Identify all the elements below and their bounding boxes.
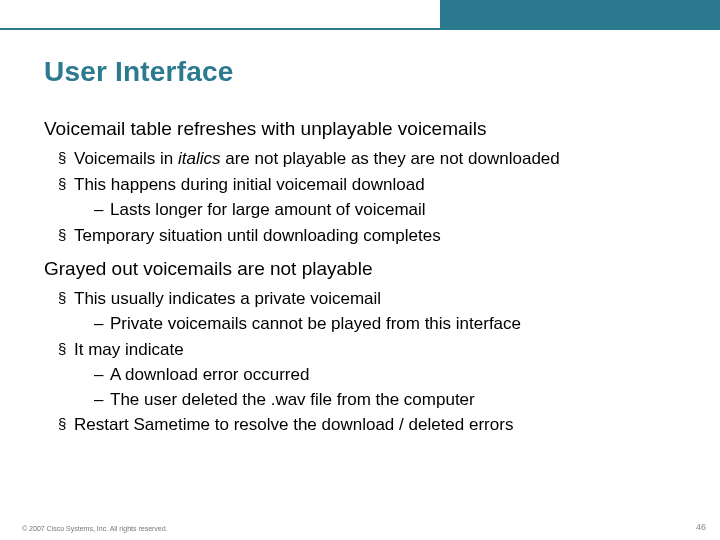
bullet-text: Temporary situation until downloading co… [74, 226, 441, 245]
list-item: Restart Sametime to resolve the download… [58, 414, 690, 437]
list-item: This usually indicates a private voicema… [58, 288, 690, 336]
list-item: Lasts longer for large amount of voicema… [94, 199, 690, 222]
slide: User Interface Voicemail table refreshes… [0, 0, 720, 540]
content-area: Voicemail table refreshes with unplayabl… [44, 118, 690, 440]
section2-list: This usually indicates a private voicema… [58, 288, 690, 438]
bullet-text-italic: italics [178, 149, 221, 168]
bullet-text: The user deleted the .wav file from the … [110, 390, 475, 409]
bullet-text: Voicemails in [74, 149, 178, 168]
section2-heading: Grayed out voicemails are not playable [44, 258, 690, 280]
list-item: Temporary situation until downloading co… [58, 225, 690, 248]
list-item: Voicemails in italics are not playable a… [58, 148, 690, 171]
bullet-text: A download error occurred [110, 365, 309, 384]
section1-heading: Voicemail table refreshes with unplayabl… [44, 118, 690, 140]
sublist: Lasts longer for large amount of voicema… [94, 199, 690, 222]
list-item: It may indicate A download error occurre… [58, 339, 690, 412]
sublist: Private voicemails cannot be played from… [94, 313, 690, 336]
topbar [0, 0, 720, 28]
bullet-text: Lasts longer for large amount of voicema… [110, 200, 426, 219]
bullet-text: Private voicemails cannot be played from… [110, 314, 521, 333]
bullet-text: are not playable as they are not downloa… [220, 149, 559, 168]
list-item: Private voicemails cannot be played from… [94, 313, 690, 336]
footer-copyright: © 2007 Cisco Systems, Inc. All rights re… [22, 525, 168, 532]
page-number: 46 [696, 522, 706, 532]
bullet-text: This happens during initial voicemail do… [74, 175, 425, 194]
list-item: This happens during initial voicemail do… [58, 174, 690, 222]
page-title: User Interface [44, 56, 234, 88]
list-item: A download error occurred [94, 364, 690, 387]
sublist: A download error occurred The user delet… [94, 364, 690, 412]
bullet-text: It may indicate [74, 340, 184, 359]
topbar-accent [440, 0, 720, 28]
bullet-text: This usually indicates a private voicema… [74, 289, 381, 308]
bullet-text: Restart Sametime to resolve the download… [74, 415, 513, 434]
list-item: The user deleted the .wav file from the … [94, 389, 690, 412]
topbar-divider [0, 28, 720, 30]
section1-list: Voicemails in italics are not playable a… [58, 148, 690, 248]
